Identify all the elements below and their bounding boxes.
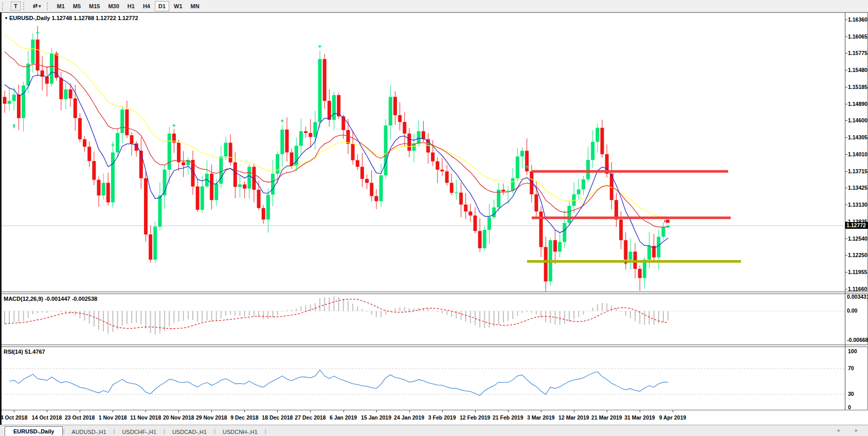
date-axis-tick: [178, 410, 179, 412]
date-axis-label: 12 Feb 2019: [460, 414, 491, 421]
symbol-tab-bar: EURUSD-,Daily|AUDUSD-,H1|USDCHF-,H1|USDC…: [0, 425, 868, 436]
macd-axis-label: -0.006686: [847, 337, 868, 343]
date-axis-tick: [442, 410, 443, 412]
date-axis-tick: [80, 410, 80, 412]
timeframe-button-m1[interactable]: M1: [53, 1, 68, 11]
date-axis-tick: [409, 410, 410, 412]
tab-usdchf-h1[interactable]: USDCHF-,H1: [115, 427, 164, 436]
macd-panel[interactable]: MACD(12,26,9) -0.001447 -0.002538: [0, 294, 868, 345]
macd-axis-label: 0.003431: [847, 294, 868, 300]
timeframe-button-h1[interactable]: H1: [124, 1, 138, 11]
timeframe-button-mn[interactable]: MN: [187, 1, 203, 11]
chart-shift-button[interactable]: ⇄▾: [29, 1, 45, 11]
toolbar: T ⇄▾ M1M5M15M30H1H4D1W1MN: [0, 0, 868, 12]
current-price-tag: 1.12772: [845, 222, 868, 229]
date-axis-tick: [47, 410, 47, 412]
metatrader-window: T ⇄▾ M1M5M15M30H1H4D1W1MN ▼EURUSD-,Daily…: [0, 0, 868, 436]
rsi-axis-label: 0: [848, 404, 868, 410]
price-axis-label: 1.13130: [848, 202, 868, 208]
chart-title: ▼EURUSD-,Daily 1.12748 1.12788 1.12722 1…: [4, 15, 138, 21]
timeframe-button-m30[interactable]: M30: [104, 1, 122, 11]
chart-symbol-period: EURUSD-,Daily: [9, 15, 50, 21]
date-axis-label: 3 Mar 2019: [527, 414, 555, 421]
price-axis-label: 1.15480: [848, 67, 868, 73]
date-axis-tick: [310, 410, 311, 412]
timeframe-button-m15[interactable]: M15: [85, 1, 103, 11]
toolbar-grip[interactable]: [2, 2, 6, 10]
rsi-axis-label: 100: [848, 348, 868, 354]
date-axis-tick: [244, 410, 245, 412]
date-axis-tick: [277, 410, 278, 412]
date-axis-label: 9 Dec 2018: [230, 414, 258, 421]
date-axis-tick: [607, 410, 607, 412]
resistance-upper-line[interactable]: [532, 170, 728, 173]
price-axis-label: 1.14600: [848, 117, 868, 123]
price-chart-plot[interactable]: [1, 13, 845, 292]
tab-separator: |: [265, 428, 266, 434]
date-axis[interactable]: 4 Oct 201814 Oct 201823 Oct 20181 Nov 20…: [0, 410, 868, 425]
price-axis-label: 1.12250: [848, 252, 868, 258]
date-axis-label: 20 Nov 2018: [163, 414, 194, 421]
price-axis-label: 1.15185: [848, 84, 868, 90]
chart-shift-icon: ⇄: [33, 3, 38, 9]
price-axis-label: 1.14890: [848, 101, 868, 107]
support-olive-line[interactable]: [527, 260, 741, 263]
chart-dropdown-icon[interactable]: ▼: [4, 16, 8, 21]
date-axis-label: 3 Feb 2019: [428, 414, 456, 421]
tab-scroll-arrows[interactable]: ◂ ▸: [837, 427, 865, 433]
date-axis-label: 12 Mar 2019: [558, 414, 589, 421]
text-tool-button[interactable]: T: [11, 2, 21, 11]
window-left-frame: [0, 12, 2, 425]
price-axis-label: 1.14010: [848, 151, 868, 157]
date-axis-tick: [113, 410, 113, 412]
date-axis-tick: [376, 410, 377, 412]
date-axis-label: 18 Dec 2018: [262, 414, 293, 421]
price-axis-label: 1.13425: [848, 185, 868, 191]
toolbar-grip[interactable]: [47, 2, 50, 10]
date-axis-label: 1 Nov 2018: [99, 414, 127, 421]
date-axis-label: 14 Oct 2018: [32, 414, 62, 421]
tab-audusd-h1[interactable]: AUDUSD-,H1: [64, 427, 113, 436]
price-chart-panel[interactable]: ▼EURUSD-,Daily 1.12748 1.12788 1.12722 1…: [0, 12, 868, 292]
macd-histogram: [5, 297, 668, 335]
rsi-plot[interactable]: [1, 347, 845, 410]
candles-layer: [3, 26, 670, 292]
tab-eurusd-daily[interactable]: EURUSD-,Daily: [5, 426, 63, 436]
date-axis-label: 27 Dec 2018: [295, 414, 326, 421]
resistance-lower-line[interactable]: [532, 216, 731, 219]
price-axis-label: 1.12540: [848, 235, 868, 242]
timeframe-button-d1[interactable]: D1: [155, 1, 169, 11]
markers-layer: [12, 31, 670, 265]
rsi-axis-label: 30: [848, 391, 868, 397]
macd-label: MACD(12,26,9) -0.001447 -0.002538: [4, 296, 97, 302]
date-axis-label: 11 Nov 2018: [130, 414, 161, 421]
timeframe-button-w1[interactable]: W1: [170, 1, 186, 11]
date-axis-tick: [640, 410, 640, 412]
price-axis-label: 1.14305: [848, 134, 868, 140]
price-axis-label: 1.13715: [848, 168, 868, 174]
macd-plot[interactable]: [1, 294, 845, 344]
rsi-axis-label: 70: [848, 365, 868, 371]
date-axis-tick: [673, 410, 673, 412]
rsi-panel[interactable]: RSI(14) 51.4767: [0, 347, 868, 410]
rsi-label: RSI(14) 51.4767: [4, 349, 45, 355]
tab-usdcad-h1[interactable]: USDCAD-,H1: [165, 427, 214, 436]
date-axis-tick: [343, 410, 344, 412]
date-axis-label: 21 Mar 2019: [591, 414, 622, 421]
date-axis-tick: [508, 410, 509, 412]
date-axis-tick: [146, 410, 146, 412]
date-axis-tick: [574, 410, 574, 412]
tab-usdcnh-h1[interactable]: USDCNH-,H1: [215, 427, 265, 436]
date-axis-label: 4 Oct 2018: [1, 414, 28, 421]
macd-signal-line: [5, 299, 668, 329]
date-axis-tick: [541, 410, 541, 412]
toolbar-grip[interactable]: [23, 2, 27, 10]
timeframe-button-h4[interactable]: H4: [139, 1, 154, 11]
date-axis-label: 9 Apr 2019: [659, 414, 686, 421]
price-axis-label: 1.11660: [848, 286, 868, 292]
price-axis-border: [845, 12, 845, 410]
timeframe-group: M1M5M15M30H1H4D1W1MN: [52, 1, 203, 11]
price-axis-label: 1.11955: [848, 269, 868, 275]
date-axis-label: 6 Jan 2019: [330, 414, 357, 421]
timeframe-button-m5[interactable]: M5: [69, 1, 84, 11]
